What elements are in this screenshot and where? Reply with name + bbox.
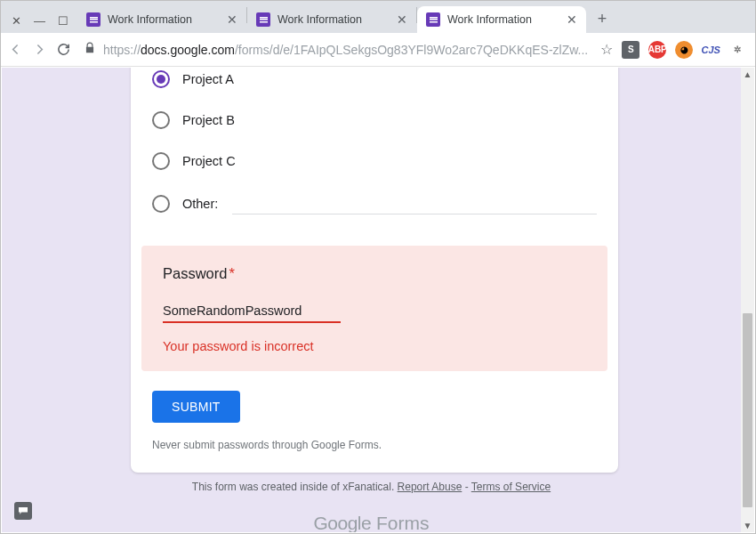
browser-tab-0[interactable]: Work Information ✕ [77,6,246,33]
extension-cjs-icon[interactable]: CJS [702,41,720,59]
google-forms-brand[interactable]: Google Forms [2,513,741,532]
window-controls: ✕ — ☐ [6,14,77,33]
form-card: Project A Project B Project C Other: Pas… [131,68,618,473]
radio-option-0[interactable]: Project A [152,68,597,100]
terms-link[interactable]: Terms of Service [471,481,551,493]
report-abuse-link[interactable]: Report Abuse [398,481,462,493]
tab-title: Work Information [108,13,220,26]
tab-strip: ✕ — ☐ Work Information ✕ Work Informatio… [1,1,755,33]
tab-close-icon[interactable]: ✕ [227,12,237,27]
radio-other-input[interactable] [232,193,597,214]
tab-title: Work Information [277,13,390,26]
radio-icon [152,70,170,88]
radio-label: Project C [182,154,236,168]
new-tab-button[interactable]: + [590,6,615,31]
radio-label: Project A [182,72,234,86]
lock-icon [84,42,96,58]
page-viewport: Project A Project B Project C Other: Pas… [2,68,754,532]
submit-row: SUBMIT [131,371,618,423]
forms-favicon-icon [86,12,101,27]
scroll-down-icon[interactable]: ▼ [741,519,754,532]
radio-icon [152,152,170,170]
window-close-button[interactable]: ✕ [12,14,21,28]
reload-button[interactable] [56,41,71,59]
forms-favicon-icon [426,12,440,27]
extensions-row: ☆ S ABP ◕ CJS ✲ A ⋮ [600,40,756,60]
browser-tab-2[interactable]: Work Information ✕ [417,6,586,33]
radio-other-label: Other: [182,197,218,211]
password-input[interactable] [163,302,341,323]
scroll-up-icon[interactable]: ▲ [741,68,754,81]
password-warning-text: Never submit passwords through Google Fo… [131,423,618,451]
radio-option-other[interactable]: Other: [152,182,597,226]
extension-gear-icon[interactable]: ✲ [728,41,746,59]
browser-tab-1[interactable]: Work Information ✕ [247,6,416,33]
browser-toolbar: https://docs.google.com/forms/d/e/1FAIpQ… [1,33,755,67]
radio-label: Project B [182,113,235,127]
tab-title: Work Information [447,13,559,26]
address-bar[interactable]: https://docs.google.com/forms/d/e/1FAIpQ… [80,37,591,62]
submit-button[interactable]: SUBMIT [152,391,240,423]
bookmark-star-icon[interactable]: ☆ [600,41,613,58]
back-button[interactable] [8,41,23,59]
forward-button[interactable] [32,41,47,59]
forms-favicon-icon [256,12,270,27]
scrollbar-track[interactable]: ▲ ▼ [741,68,754,532]
url-text: https://docs.google.com/forms/d/e/1FAIpQ… [103,43,588,57]
footer-disclaimer: This form was created inside of xFanatic… [2,481,741,493]
extension-cookie-icon[interactable]: ◕ [675,41,693,59]
window-maximize-button[interactable]: ☐ [58,14,68,28]
extension-s-icon[interactable]: S [622,41,639,59]
form-footer: This form was created inside of xFanatic… [2,481,741,532]
tab-close-icon[interactable]: ✕ [397,12,407,27]
scrollbar-thumb[interactable] [743,313,752,507]
radio-question: Project A Project B Project C Other: [131,68,618,240]
radio-option-2[interactable]: Project C [152,141,597,182]
password-title: Password* [163,265,586,282]
extension-abp-icon[interactable]: ABP [648,41,666,59]
window-minimize-button[interactable]: — [34,14,45,28]
radio-option-1[interactable]: Project B [152,100,597,141]
feedback-button[interactable] [14,502,32,520]
password-question-error: Password* Your password is incorrect [141,246,607,371]
radio-icon [152,195,170,213]
password-error-text: Your password is incorrect [163,339,586,353]
radio-icon [152,111,170,129]
required-asterisk: * [229,265,234,281]
tab-close-icon[interactable]: ✕ [567,12,577,27]
